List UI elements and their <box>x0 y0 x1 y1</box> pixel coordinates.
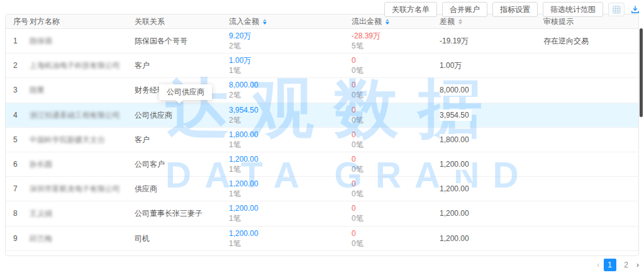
outflow-amount: 0 <box>352 154 440 164</box>
audit-hint: 存在逆向交易 <box>543 36 638 46</box>
difference-cell: 1,800.00 <box>440 134 543 145</box>
difference-value: 1,200.00 <box>440 233 472 244</box>
difference-cell: 1,200.00 <box>440 159 543 170</box>
column-settings-button[interactable] <box>608 3 625 16</box>
caret-up-icon <box>458 19 462 21</box>
row-index: 1 <box>13 36 30 46</box>
difference-value: 1.00万 <box>440 60 464 71</box>
outflow-cell: 0 0笔 <box>352 105 440 125</box>
table-row[interactable]: 9 邱兰梅 司机 1,200.00 1笔 0 0笔 1,200.00 <box>6 227 638 251</box>
inflow-amount[interactable]: 1,800.00 <box>229 130 352 140</box>
inflow-amount[interactable]: 3,954.50 <box>229 105 352 115</box>
inflow-count: 2笔 <box>229 115 352 125</box>
outflow-count: 0笔 <box>352 90 440 100</box>
inflow-count: 2笔 <box>229 41 352 51</box>
inflow-amount[interactable]: 1,200.00 <box>229 179 352 189</box>
counterparty-name: 上海机油电子科技有限公司 <box>30 60 135 70</box>
table-row[interactable]: 3 陈重 财务经理 8,000.00 2笔 0 0笔 8,000.00 <box>6 78 638 103</box>
counterparty-name: 浙江恒通基础工程有限公司 <box>30 110 135 120</box>
caret-up-icon <box>386 19 389 21</box>
table-row[interactable]: 1 陈保德 陈保国各个哥哥 9.20万 2笔 -28.39万 5笔 -19.19… <box>6 29 638 53</box>
download-button[interactable] <box>630 3 641 16</box>
page-button-2[interactable]: 2 <box>620 259 633 271</box>
outflow-count: 0笔 <box>352 140 440 150</box>
inflow-cell: 1,200.00 1笔 <box>229 203 352 223</box>
difference-cell: 1,200.00 <box>440 233 543 244</box>
merge-accounts-button[interactable]: 合并账户 <box>442 2 487 17</box>
inflow-cell: 1.00万 1笔 <box>229 55 352 76</box>
prev-page-icon[interactable]: ‹ <box>597 259 599 271</box>
tooltip-text: 公司供应商 <box>167 87 204 96</box>
toolbar: 关联方名单 合并账户 指标设置 筛选统计范围 <box>384 2 641 17</box>
difference-value: -19.19万 <box>440 35 471 47</box>
inflow-amount[interactable]: 1,200.00 <box>229 154 352 164</box>
outflow-amount: 0 <box>352 80 440 90</box>
outflow-cell: 0 0笔 <box>352 203 440 223</box>
table-row[interactable]: 8 王义娟 公司董事长张三妻子 1,200.00 1笔 0 0笔 1,200.0… <box>6 201 638 226</box>
next-page-icon[interactable]: › <box>636 259 639 271</box>
col-header-audit-hint: 审核提示 <box>543 16 638 27</box>
sort-inflow-button[interactable] <box>263 19 267 25</box>
outflow-amount: 0 <box>352 105 440 115</box>
difference-cell: 1,200.00 <box>440 208 543 219</box>
caret-down-icon <box>386 22 389 25</box>
outflow-cell: 0 0笔 <box>352 179 440 199</box>
inflow-amount[interactable]: 1.00万 <box>229 55 352 65</box>
outflow-cell: 0 0笔 <box>352 154 440 174</box>
pagination: ‹ 1 2 › <box>597 259 639 271</box>
difference-cell: 8,000.00 <box>440 84 543 96</box>
vertical-scrollbar[interactable] <box>640 28 643 117</box>
col-header-counterparty-name: 对方名称 <box>30 16 135 27</box>
inflow-amount[interactable]: 1,200.00 <box>229 203 352 213</box>
indicator-settings-button[interactable]: 指标设置 <box>492 2 538 17</box>
inflow-cell: 1,200.00 1笔 <box>229 154 352 174</box>
row-index: 7 <box>13 184 30 194</box>
difference-cell: 1.00万 <box>440 60 543 71</box>
outflow-count: 0笔 <box>352 164 440 174</box>
sort-outflow-button[interactable] <box>386 19 389 25</box>
outflow-cell: 0 0笔 <box>352 130 440 150</box>
related-party-list-button[interactable]: 关联方名单 <box>384 2 437 17</box>
outflow-count: 0笔 <box>352 115 440 125</box>
outflow-amount: 0 <box>352 203 440 213</box>
outflow-amount: 0 <box>352 130 440 140</box>
outflow-amount: 0 <box>352 228 440 239</box>
inflow-count: 1笔 <box>229 65 352 76</box>
relation: 司机 <box>135 233 229 244</box>
table-row[interactable]: 4 浙江恒通基础工程有限公司 公司供应商 3,954.50 2笔 0 0笔 3,… <box>6 103 638 128</box>
col-header-difference: 差额 <box>440 16 543 27</box>
tooltip: 公司供应商 <box>159 84 212 100</box>
inflow-amount[interactable]: 1,200.00 <box>229 228 352 239</box>
col-header-outflow: 流出金额 <box>352 16 440 27</box>
sort-difference-button[interactable] <box>458 19 462 25</box>
inflow-amount[interactable]: 8,000.00 <box>229 80 352 90</box>
table-row[interactable]: 2 上海机油电子科技有限公司 客户 1.00万 1笔 0 0笔 1.00万 <box>6 53 638 78</box>
table-row[interactable]: 6 孙长园 公司客户 1,200.00 1笔 0 0笔 1,200.00 <box>6 152 638 177</box>
inflow-cell: 1,200.00 1笔 <box>229 179 352 199</box>
relation: 客户 <box>135 135 229 145</box>
inflow-amount[interactable]: 9.20万 <box>229 31 352 41</box>
difference-value: 1,800.00 <box>440 134 472 145</box>
difference-cell: 3,954.50 <box>440 109 543 121</box>
difference-value: 1,200.00 <box>440 183 472 194</box>
filter-statistics-range-button[interactable]: 筛选统计范围 <box>543 2 603 17</box>
table-row[interactable]: 5 中国科学院新疆天文台 客户 1,800.00 1笔 0 0笔 1,800.0… <box>6 128 638 152</box>
outflow-cell: -28.39万 5笔 <box>352 31 440 51</box>
outflow-count: 0笔 <box>352 213 440 223</box>
difference-value: 1,200.00 <box>440 208 472 219</box>
inflow-cell: 9.20万 2笔 <box>229 31 352 51</box>
counterparty-name: 邱兰梅 <box>30 233 135 244</box>
inflow-count: 1笔 <box>229 189 352 199</box>
outflow-cell: 0 0笔 <box>352 80 440 100</box>
col-header-index: 序号 <box>13 16 30 27</box>
col-header-label: 序号 <box>13 16 28 27</box>
relation: 供应商 <box>135 184 229 194</box>
related-party-table: 序号 对方名称 关联关系 流入金额 流出金额 差额 审核提示 1 陈保德 陈保国… <box>5 14 639 256</box>
table-row[interactable]: 7 深圳市富航龙电子有限公司 供应商 1,200.00 1笔 0 0笔 1,20… <box>6 177 638 201</box>
caret-down-icon <box>458 22 462 25</box>
inflow-cell: 1,800.00 1笔 <box>229 130 352 150</box>
outflow-cell: 0 0笔 <box>352 228 440 249</box>
page-button-1[interactable]: 1 <box>604 259 616 271</box>
relation: 公司供应商 <box>135 110 229 120</box>
grid-icon <box>613 6 621 14</box>
